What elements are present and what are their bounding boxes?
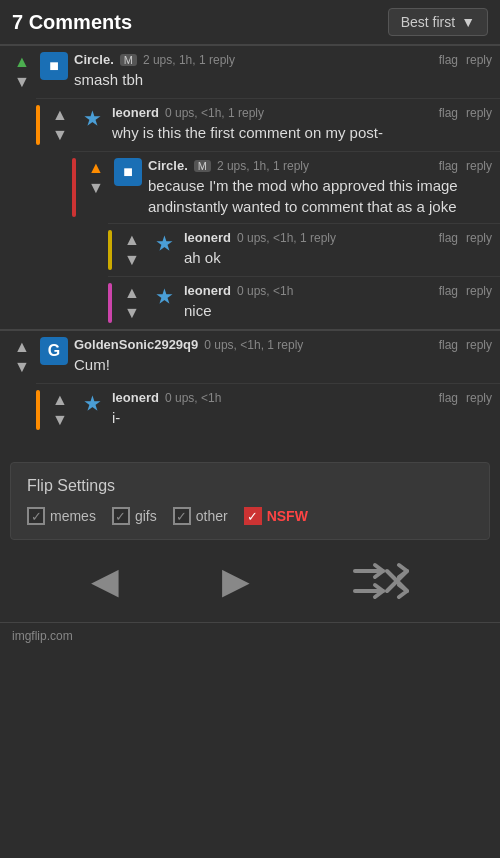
- flag-c2r1[interactable]: flag: [439, 391, 458, 405]
- downvote-c1r1r1r1[interactable]: ▼: [122, 250, 142, 270]
- upvote-c2r1[interactable]: ▲: [50, 390, 70, 410]
- check-gifs: ✓ gifs: [112, 507, 157, 525]
- downvote-c1[interactable]: ▼: [12, 72, 32, 92]
- comment-block-c2: ▲ ▼ G GoldenSonic2929q9 0 ups, <1h, 1 re…: [0, 329, 500, 436]
- comment-row-c1r1: ▲ ▼ ★ leonerd 0 ups, <1h, 1 reply flag r…: [36, 98, 500, 151]
- checkbox-gifs[interactable]: ✓: [112, 507, 130, 525]
- indent-bar-c1r1r1r1: [108, 230, 112, 270]
- comment-row-c2: ▲ ▼ G GoldenSonic2929q9 0 ups, <1h, 1 re…: [0, 331, 500, 383]
- comment-meta-c1r1r1r1: leonerd 0 ups, <1h, 1 reply flag reply: [184, 230, 492, 245]
- username-c1r1r1r2: leonerd: [184, 283, 231, 298]
- label-gifs: gifs: [135, 508, 157, 524]
- avatar-c1: ■: [40, 52, 68, 80]
- sort-label: Best first: [401, 14, 455, 30]
- comments-count: 7 Comments: [12, 11, 132, 34]
- comment-text-c2: Cum!: [74, 354, 492, 375]
- comment-row-c1r1r1r2: ▲ ▼ ★ leonerd 0 ups, <1h flag reply: [108, 276, 500, 329]
- checkbox-memes[interactable]: ✓: [27, 507, 45, 525]
- sort-button[interactable]: Best first ▼: [388, 8, 488, 36]
- flag-reply-c1r1r1r2: flag reply: [439, 284, 492, 298]
- reply-c1r1r1r2[interactable]: reply: [466, 284, 492, 298]
- avatar-c1r1r1r1: ★: [150, 230, 178, 258]
- indent-bar-c1r1r1: [72, 158, 76, 217]
- flag-reply-c1r1: flag reply: [439, 106, 492, 120]
- downvote-c2r1[interactable]: ▼: [50, 410, 70, 430]
- flag-c2[interactable]: flag: [439, 338, 458, 352]
- reply-c1r1r1[interactable]: reply: [466, 159, 492, 173]
- comment-meta-c1r1r1: Circle. M 2 ups, 1h, 1 reply flag reply: [148, 158, 492, 173]
- reply-c1r1[interactable]: reply: [466, 106, 492, 120]
- flag-c1r1r1r1[interactable]: flag: [439, 231, 458, 245]
- checkbox-nsfw[interactable]: ✓: [244, 507, 262, 525]
- comment-content-c1r1r1r1: leonerd 0 ups, <1h, 1 reply flag reply a…: [184, 230, 492, 268]
- vote-col-c1r1r1r1: ▲ ▼: [118, 230, 146, 270]
- upvote-c1r1r1r1[interactable]: ▲: [122, 230, 142, 250]
- shuffle-icon: [353, 561, 409, 601]
- flag-reply-c2r1: flag reply: [439, 391, 492, 405]
- comment-meta-c2r1: leonerd 0 ups, <1h flag reply: [112, 390, 492, 405]
- comment-row-c1r1r1: ▲ ▼ ■ Circle. M 2 ups, 1h, 1 reply flag …: [72, 151, 500, 223]
- flip-settings-title: Flip Settings: [27, 477, 473, 495]
- reply-c1r1r1r1[interactable]: reply: [466, 231, 492, 245]
- flag-reply-c2: flag reply: [439, 338, 492, 352]
- flag-reply-c1: flag reply: [439, 53, 492, 67]
- avatar-c1r1r1: ■: [114, 158, 142, 186]
- footer-text: imgflip.com: [12, 629, 73, 643]
- upvote-c1[interactable]: ▲: [12, 52, 32, 72]
- reply-c2[interactable]: reply: [466, 338, 492, 352]
- comment-block-c1: ▲ ▼ ■ Circle. M 2 ups, 1h, 1 reply flag …: [0, 45, 500, 329]
- forward-arrow-icon: ▶: [222, 560, 250, 602]
- avatar-c1r1r1r2: ★: [150, 283, 178, 311]
- upvote-c2[interactable]: ▲: [12, 337, 32, 357]
- comment-content-c1: Circle. M 2 ups, 1h, 1 reply flag reply …: [74, 52, 492, 90]
- back-arrow-icon: ◀: [91, 560, 119, 602]
- shuffle-button[interactable]: [353, 561, 409, 601]
- downvote-c1r1r1r2[interactable]: ▼: [122, 303, 142, 323]
- flag-c1r1r1[interactable]: flag: [439, 159, 458, 173]
- label-memes: memes: [50, 508, 96, 524]
- comment-content-c2: GoldenSonic2929q9 0 ups, <1h, 1 reply fl…: [74, 337, 492, 375]
- comment-meta-c1r1: leonerd 0 ups, <1h, 1 reply flag reply: [112, 105, 492, 120]
- check-nsfw: ✓ NSFW: [244, 507, 308, 525]
- flip-checks: ✓ memes ✓ gifs ✓ other ✓ NSFW: [27, 507, 473, 525]
- nested-c1r1: ▲ ▼ ■ Circle. M 2 ups, 1h, 1 reply flag …: [72, 151, 500, 329]
- upvote-c1r1r1[interactable]: ▲: [86, 158, 106, 178]
- avatar-c1r1: ★: [78, 105, 106, 133]
- reply-c1[interactable]: reply: [466, 53, 492, 67]
- comment-content-c1r1r1: Circle. M 2 ups, 1h, 1 reply flag reply …: [148, 158, 492, 217]
- flag-c1r1[interactable]: flag: [439, 106, 458, 120]
- username-c1: Circle.: [74, 52, 114, 67]
- checkbox-other[interactable]: ✓: [173, 507, 191, 525]
- comment-meta-c1r1r1r2: leonerd 0 ups, <1h flag reply: [184, 283, 492, 298]
- flag-reply-c1r1r1r1: flag reply: [439, 231, 492, 245]
- username-c2: GoldenSonic2929q9: [74, 337, 198, 352]
- downvote-c2[interactable]: ▼: [12, 357, 32, 377]
- flip-settings: Flip Settings ✓ memes ✓ gifs ✓ other ✓ N…: [10, 462, 490, 540]
- comment-text-c1r1: why is this the first comment on my post…: [112, 122, 492, 143]
- flag-c1[interactable]: flag: [439, 53, 458, 67]
- username-c1r1: leonerd: [112, 105, 159, 120]
- vote-col-c2r1: ▲ ▼: [46, 390, 74, 430]
- comment-meta-c1: Circle. M 2 ups, 1h, 1 reply flag reply: [74, 52, 492, 67]
- upvote-c1r1r1r2[interactable]: ▲: [122, 283, 142, 303]
- comment-content-c2r1: leonerd 0 ups, <1h flag reply i-: [112, 390, 492, 428]
- vote-col-c2: ▲ ▼: [8, 337, 36, 377]
- upvote-c1r1[interactable]: ▲: [50, 105, 70, 125]
- flag-reply-c1r1r1: flag reply: [439, 159, 492, 173]
- nested-c1: ▲ ▼ ★ leonerd 0 ups, <1h, 1 reply flag r…: [36, 98, 500, 329]
- downvote-c1r1r1[interactable]: ▼: [86, 178, 106, 198]
- forward-button[interactable]: ▶: [222, 560, 250, 602]
- meta-c1: 2 ups, 1h, 1 reply: [143, 53, 235, 67]
- flag-c1r1r1r2[interactable]: flag: [439, 284, 458, 298]
- username-c2r1: leonerd: [112, 390, 159, 405]
- reply-c2r1[interactable]: reply: [466, 391, 492, 405]
- avatar-c2r1: ★: [78, 390, 106, 418]
- vote-col-c1r1r1r2: ▲ ▼: [118, 283, 146, 323]
- meta-c2: 0 ups, <1h, 1 reply: [204, 338, 303, 352]
- comment-text-c1: smash tbh: [74, 69, 492, 90]
- downvote-c1r1[interactable]: ▼: [50, 125, 70, 145]
- comments-header: 7 Comments Best first ▼: [0, 0, 500, 45]
- mod-badge-c1: M: [120, 54, 137, 66]
- nav-buttons: ◀ ▶: [0, 540, 500, 622]
- back-button[interactable]: ◀: [91, 560, 119, 602]
